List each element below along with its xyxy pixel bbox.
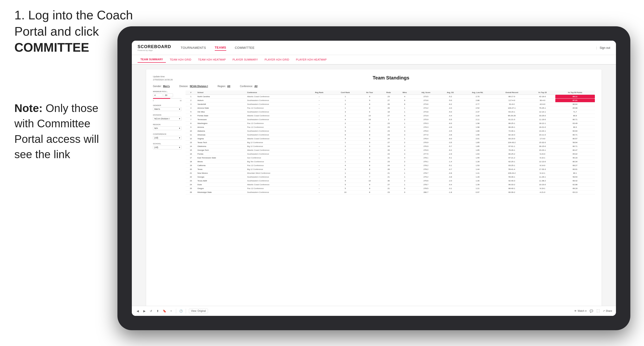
cell-rank: 23: [186, 179, 196, 183]
cell-rnds: 18: [380, 110, 397, 114]
cell-school: Alabama: [196, 129, 246, 133]
cell-overall: 91-6-0: [494, 102, 530, 106]
cell-adj-score: 275.9: [412, 118, 439, 122]
cell-conf-rank: 2: [332, 114, 359, 118]
table-row: 13 Texas Tech Big 12 Conference – 1 9 27…: [186, 141, 595, 145]
tab-player-h2h-heatmap[interactable]: PLAYER H2H HEATMAP: [293, 57, 330, 62]
toolbar-share-icon[interactable]: ⬆: [156, 309, 160, 313]
slider-labels: 080: [153, 100, 182, 101]
toolbar-comment-icon[interactable]: 💬: [589, 309, 593, 313]
cell-wins: 4: [397, 125, 412, 129]
min-rounds-max-input[interactable]: 30: [164, 93, 173, 97]
share-button[interactable]: ↗ Share: [603, 310, 612, 312]
cell-overall: 83-25-1: [494, 164, 530, 168]
col-rank: #: [186, 90, 196, 95]
toolbar-refresh-icon[interactable]: ↺: [149, 309, 153, 313]
cell-points: 85.98: [555, 106, 595, 110]
cell-reg-rank: –: [306, 183, 332, 187]
cell-conference: Big 12 Conference: [246, 141, 306, 145]
cell-adj-score: 278.5: [412, 187, 439, 190]
cell-reg-rank: –: [306, 122, 332, 125]
cell-overall: 72-30-1: [494, 129, 530, 133]
toolbar-fullscreen-icon[interactable]: ⛶: [596, 309, 600, 313]
cell-vs25: 9-10-1: [530, 156, 555, 160]
tab-team-h2h-heatmap[interactable]: TEAM H2H HEATMAP: [195, 57, 229, 62]
cell-reg-rank: –: [306, 187, 332, 190]
cell-adj-score: 278.2: [412, 164, 439, 168]
cell-conf-rank: 5: [332, 187, 359, 190]
cell-vs25: 13-24-1: [530, 129, 555, 133]
nav-committee[interactable]: COMMITTEE: [235, 45, 255, 50]
cell-adj-score: 277.0: [412, 133, 439, 137]
watch-button[interactable]: 👁 Watch ▾: [574, 310, 586, 312]
cell-reg-rank: –: [306, 137, 332, 141]
school-select[interactable]: (All) ▾: [153, 146, 182, 149]
cell-vs25: 33-25-0: [530, 114, 555, 118]
tab-player-summary[interactable]: PLAYER SUMMARY: [230, 57, 261, 62]
col-wins: Wins: [397, 90, 412, 95]
cell-conf-rank: 4: [332, 164, 359, 168]
cell-rank: 18: [186, 160, 196, 164]
cell-adj-score: 278.7: [412, 171, 439, 175]
cell-conf-rank: 4: [332, 118, 359, 122]
cell-conference: Pac-12 Conference: [246, 187, 306, 190]
gender-select[interactable]: Men's ▾: [153, 107, 182, 111]
cell-overall: 82-25-1: [494, 160, 530, 164]
col-conf-rank: Conf Rank: [332, 90, 359, 95]
cell-vs25: 42-16-0: [530, 95, 555, 99]
toolbar-forward-icon[interactable]: ▶: [142, 309, 146, 313]
cell-points: 90.16: [555, 156, 595, 160]
toolbar-back-icon[interactable]: ◀: [136, 309, 140, 313]
cell-conf-rank: 3: [332, 137, 359, 141]
cell-rnds: 24: [380, 152, 397, 156]
tab-team-summary[interactable]: TEAM SUMMARY: [138, 56, 166, 63]
toolbar-bookmark-icon[interactable]: 🔖: [162, 309, 166, 313]
conference-select[interactable]: (All) ▾: [153, 136, 182, 140]
cell-overall: 86-25-1: [494, 122, 530, 125]
cell-avg-sg: -1.8: [439, 190, 461, 194]
cell-overall: 117-4-0: [494, 99, 530, 102]
filter-conference: Conference: All: [240, 85, 258, 88]
cell-rank: 7: [186, 118, 196, 122]
cell-no-tour: 9: [359, 187, 380, 190]
table-row: 1 North Carolina Atlantic Coast Conferen…: [186, 95, 595, 99]
cell-avg-low: 2.88: [461, 99, 494, 102]
cell-no-tour: 8: [359, 129, 380, 133]
cell-avg-low: 2.70: [461, 95, 494, 99]
nav-links: TOURNAMENTS TEAMS COMMITTEE: [181, 45, 596, 51]
filter-division: Division: NCAA Division I: [179, 85, 208, 88]
cell-no-tour: 8: [359, 106, 380, 110]
tab-team-h2h-grid[interactable]: TEAM H2H GRID: [167, 57, 194, 62]
cell-wins: 2: [397, 145, 412, 148]
app-navbar: SCOREBOARD Powered by clippi TOURNAMENTS…: [132, 41, 616, 55]
cell-wins: 4: [397, 95, 412, 99]
toolbar-history-icon[interactable]: 🕐: [179, 309, 183, 313]
cell-overall: 82-18-3: [494, 133, 530, 137]
cell-rnds: 23: [380, 190, 397, 194]
cell-school: North Carolina: [196, 95, 246, 99]
cell-conf-rank: 1: [332, 95, 359, 99]
cell-conference: Atlantic Coast Conference: [246, 148, 306, 152]
nav-teams[interactable]: TEAMS: [215, 45, 226, 51]
cell-avg-sg: -5.0: [439, 99, 461, 102]
min-rounds-min-input[interactable]: 4: [153, 93, 162, 97]
cell-adj-score: 278.7: [412, 183, 439, 187]
view-original-button[interactable]: View: Original: [189, 309, 208, 313]
cell-wins: 4: [397, 148, 412, 152]
cell-avg-sg: -6.0: [439, 137, 461, 141]
table-row: 6 Florida State Atlantic Coast Conferenc…: [186, 114, 595, 118]
division-select[interactable]: NCAA Division I ▾: [153, 117, 182, 121]
toolbar-plus-icon[interactable]: ＋: [169, 309, 173, 313]
cell-school: Virginia: [196, 137, 246, 141]
content-layout: Minimum Rou... 4 30 080 Gender: [153, 90, 595, 194]
cell-adj-score: 273.9: [412, 114, 439, 118]
min-rounds-slider[interactable]: [153, 98, 182, 99]
cell-wins: 2: [397, 179, 412, 183]
cell-rnds: 23: [380, 129, 397, 133]
cell-school: Texas: [196, 168, 246, 171]
nav-tournaments[interactable]: TOURNAMENTS: [181, 45, 206, 50]
tab-player-h2h-grid[interactable]: PLAYER H2H GRID: [262, 57, 292, 62]
table-row: 19 California Pac-12 Conference – 4 8 24…: [186, 164, 595, 168]
cell-wins: 6: [397, 99, 412, 102]
region-select[interactable]: N/A ▾: [153, 126, 182, 130]
